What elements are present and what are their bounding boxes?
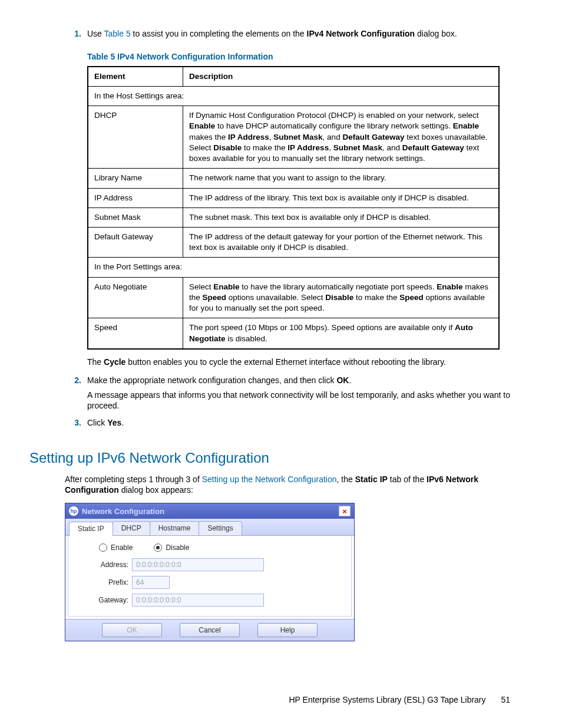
gateway-input[interactable]: 0:0:0:0:0:0:0:0: [132, 594, 264, 607]
radio-disable[interactable]: Disable: [154, 543, 189, 552]
cell-subnet-element: Subnet Mask: [88, 207, 183, 227]
ipv6-intro-para: After completing steps 1 through 3 of Se…: [65, 474, 527, 496]
radio-icon: [99, 543, 107, 552]
step-number: 2.: [65, 375, 87, 416]
step-2: 2. Make the appropriate network configur…: [65, 375, 527, 416]
address-label: Address:: [79, 560, 132, 569]
cell-ip-desc: The IP address of the library. This text…: [183, 188, 500, 207]
cell-libname-desc: The network name that you want to assign…: [183, 169, 500, 188]
dialog-title-text: Network Configuration: [82, 506, 164, 517]
table-5-link[interactable]: Table 5: [104, 29, 131, 38]
step-1-text: Use Table 5 to assist you in completing …: [87, 28, 527, 39]
cell-dhcp-desc: If Dynamic Host Configuration Protocol (…: [183, 106, 500, 169]
cell-speed-desc: The port speed (10 Mbps or 100 Mbps). Sp…: [183, 318, 500, 349]
cell-gateway-desc: The IP address of the default gateway fo…: [183, 227, 500, 257]
dialog-tabs: Static IP DHCP Hostname Settings: [65, 519, 354, 535]
cancel-button[interactable]: Cancel: [180, 623, 240, 637]
col-element: Element: [88, 67, 183, 87]
col-description: Description: [183, 67, 500, 87]
cell-dhcp-element: DHCP: [88, 106, 183, 169]
radio-icon: [154, 543, 162, 552]
address-input[interactable]: 0:0:0:0:0:0:0:0: [132, 558, 264, 571]
step-number: 3.: [65, 417, 87, 432]
page-footer: HP Enterprise Systems Library (ESL) G3 T…: [65, 694, 527, 706]
step-2-line2: A message appears that informs you that …: [87, 390, 527, 412]
tab-hostname[interactable]: Hostname: [150, 521, 200, 535]
cell-autoneg-desc: Select Enable to have the library automa…: [183, 277, 500, 318]
footer-text: HP Enterprise Systems Library (ESL) G3 T…: [289, 695, 485, 704]
prefix-label: Prefix:: [79, 578, 132, 587]
page-number: 51: [501, 694, 510, 706]
table-caption: Table 5 IPv4 Network Configuration Infor…: [87, 51, 527, 62]
network-config-dialog: hp Network Configuration × Static IP DHC…: [65, 503, 355, 641]
radio-enable[interactable]: Enable: [99, 543, 133, 552]
ok-button[interactable]: OK: [102, 623, 162, 637]
gateway-label: Gateway:: [79, 595, 132, 605]
port-settings-header: In the Port Settings area:: [88, 258, 499, 277]
tab-dhcp[interactable]: DHCP: [113, 521, 150, 535]
host-settings-header: In the Host Settings area:: [88, 87, 499, 106]
tab-static-ip[interactable]: Static IP: [69, 522, 113, 535]
tab-settings[interactable]: Settings: [199, 521, 242, 535]
dialog-footer: OK Cancel Help: [65, 619, 354, 641]
setup-network-link[interactable]: Setting up the Network Configuration: [202, 475, 337, 484]
step-3: 3. Click Yes.: [65, 417, 527, 432]
dialog-titlebar: hp Network Configuration ×: [65, 503, 354, 519]
step-3-text: Click Yes.: [87, 417, 527, 429]
step-1: 1. Use Table 5 to assist you in completi…: [65, 28, 527, 43]
help-button[interactable]: Help: [257, 623, 318, 637]
cell-subnet-desc: The subnet mask. This text box is availa…: [183, 207, 500, 227]
step-number: 1.: [65, 28, 87, 43]
cell-speed-element: Speed: [88, 318, 183, 349]
section-heading-ipv6: Setting up IPv6 Network Configuration: [29, 449, 527, 467]
step-2-line1: Make the appropriate network configurati…: [87, 375, 527, 386]
hp-logo-icon: hp: [69, 506, 78, 516]
cell-autoneg-element: Auto Negotiate: [88, 277, 183, 318]
close-icon[interactable]: ×: [339, 506, 351, 516]
ipv4-config-table: Element Description In the Host Settings…: [87, 66, 500, 350]
cell-libname-element: Library Name: [88, 169, 183, 188]
cell-ip-element: IP Address: [88, 188, 183, 207]
cycle-note: The Cycle button enables you to cycle th…: [87, 357, 527, 368]
cell-gateway-element: Default Gateway: [88, 227, 183, 257]
prefix-input[interactable]: 64: [132, 576, 170, 589]
dialog-body: Enable Disable Address: 0:0:0:0:0:0:0:0 …: [68, 536, 352, 617]
